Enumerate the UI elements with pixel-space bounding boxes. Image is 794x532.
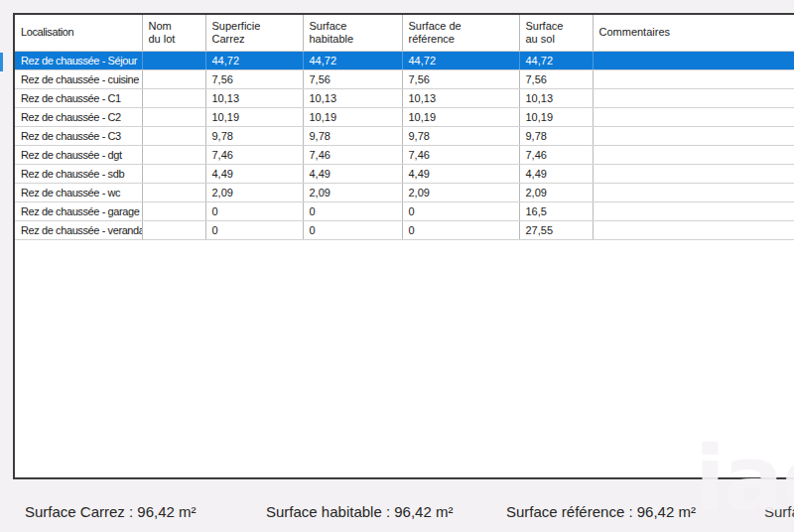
cell-nom-du-lot[interactable] [142,145,205,164]
cell-localisation[interactable]: Rez de chaussée - sdb [15,164,142,183]
cell-surface-reference[interactable]: 7,56 [402,69,519,88]
table-row[interactable]: Rez de chaussée - C3 9,78 9,78 9,78 9,78 [15,126,794,145]
cell-surface-au-sol[interactable]: 10,13 [519,88,593,107]
cell-superficie-carrez[interactable]: 10,13 [205,88,303,107]
cell-surface-habitable[interactable]: 7,56 [303,69,402,88]
cell-superficie-carrez[interactable]: 4,49 [205,164,303,183]
col-header-nom-du-lot[interactable]: Nom du lot [142,15,205,51]
cell-surface-reference[interactable]: 10,13 [402,88,519,107]
cell-surface-au-sol[interactable]: 16,5 [519,201,593,220]
cell-surface-au-sol[interactable]: 7,56 [519,69,593,88]
cell-nom-du-lot[interactable] [142,183,205,201]
cell-surface-habitable[interactable]: 0 [303,201,402,220]
cell-commentaires[interactable] [593,164,794,183]
cell-superficie-carrez[interactable]: 7,46 [205,145,303,164]
cell-surface-au-sol[interactable]: 4,49 [519,164,593,183]
table-row[interactable]: Rez de chaussée - cuisine 7,56 7,56 7,56… [15,69,794,88]
cell-surface-au-sol[interactable]: 7,46 [519,145,593,164]
col-header-localisation[interactable]: Localisation [15,15,142,51]
table-row[interactable]: Rez de chaussée - Séjour 44,72 44,72 44,… [15,51,794,69]
cell-nom-du-lot[interactable] [142,107,205,126]
cell-surface-habitable[interactable]: 44,72 [303,51,402,69]
summary-bar: Surface Carrez : 96,42 m² Surface habita… [0,479,794,532]
cell-nom-du-lot[interactable] [142,220,205,239]
cell-commentaires[interactable] [593,69,794,88]
cell-nom-du-lot[interactable] [142,164,205,183]
table-row[interactable]: Rez de chaussée - wc 2,09 2,09 2,09 2,09 [15,183,794,201]
cell-surface-au-sol[interactable]: 9,78 [519,126,593,145]
cell-commentaires[interactable] [593,201,794,220]
cell-commentaires[interactable] [593,126,794,145]
col-header-surface-habitable[interactable]: Surface habitable [303,15,402,51]
cell-localisation[interactable]: Rez de chaussée - C1 [15,88,142,107]
cell-nom-du-lot[interactable] [142,126,205,145]
cell-surface-habitable[interactable]: 0 [303,220,402,239]
col-header-surface-au-sol[interactable]: Surface au sol [519,15,593,51]
summary-surface-au-sol-cut: Surfa [764,503,794,520]
cell-localisation[interactable]: Rez de chaussée - dgt [15,145,142,164]
table-row[interactable]: Rez de chaussée - sdb 4,49 4,49 4,49 4,4… [15,164,794,183]
cell-localisation[interactable]: Rez de chaussée - C2 [15,107,142,126]
cell-localisation[interactable]: Rez de chaussée - C3 [15,126,142,145]
table-body: Rez de chaussée - Séjour 44,72 44,72 44,… [15,51,794,239]
cell-surface-au-sol[interactable]: 10,19 [519,107,593,126]
cell-localisation[interactable]: Rez de chaussée - cuisine [15,69,142,88]
cell-surface-reference[interactable]: 10,19 [402,107,519,126]
header-row: Localisation Nom du lot Superficie Carre… [15,15,794,51]
cell-surface-reference[interactable]: 7,46 [402,145,519,164]
cell-commentaires[interactable] [593,145,794,164]
cell-superficie-carrez[interactable]: 0 [205,201,303,220]
cell-superficie-carrez[interactable]: 2,09 [205,183,303,201]
cell-surface-reference[interactable]: 0 [402,220,519,239]
cell-nom-du-lot[interactable] [142,51,205,69]
cell-surface-reference[interactable]: 4,49 [402,164,519,183]
cell-superficie-carrez[interactable]: 10,19 [205,107,303,126]
table-row[interactable]: Rez de chaussée - C2 10,19 10,19 10,19 1… [15,107,794,126]
col-header-surface-reference[interactable]: Surface de référence [402,15,519,51]
surface-table: Localisation Nom du lot Superficie Carre… [15,15,794,240]
cell-surface-au-sol[interactable]: 27,55 [519,220,593,239]
cell-superficie-carrez[interactable]: 9,78 [205,126,303,145]
selected-row-edge-indicator [0,53,3,71]
cell-localisation[interactable]: Rez de chaussée - wc [15,183,142,201]
cell-commentaires[interactable] [593,51,794,69]
cell-surface-reference[interactable]: 44,72 [402,51,519,69]
cell-surface-habitable[interactable]: 7,46 [303,145,402,164]
cell-surface-au-sol[interactable]: 44,72 [519,51,593,69]
cell-surface-reference[interactable]: 0 [402,201,519,220]
cell-nom-du-lot[interactable] [142,88,205,107]
cell-surface-habitable[interactable]: 2,09 [303,183,402,201]
cell-surface-habitable[interactable]: 9,78 [303,126,402,145]
cell-surface-habitable[interactable]: 10,19 [303,107,402,126]
cell-surface-au-sol[interactable]: 2,09 [519,183,593,201]
cell-localisation[interactable]: Rez de chaussée - Séjour [15,51,142,69]
cell-surface-habitable[interactable]: 4,49 [303,164,402,183]
table-row[interactable]: Rez de chaussée - dgt 7,46 7,46 7,46 7,4… [15,145,794,164]
summary-surface-habitable: Surface habitable : 96,42 m² [266,503,453,520]
cell-surface-reference[interactable]: 2,09 [402,183,519,201]
cell-localisation[interactable]: Rez de chaussée - garage [15,201,142,220]
table-row[interactable]: Rez de chaussée - C1 10,13 10,13 10,13 1… [15,88,794,107]
cell-commentaires[interactable] [593,220,794,239]
cell-localisation[interactable]: Rez de chaussée - veranda [15,220,142,239]
cell-superficie-carrez[interactable]: 44,72 [205,51,303,69]
cell-nom-du-lot[interactable] [142,201,205,220]
cell-surface-reference[interactable]: 9,78 [402,126,519,145]
summary-surface-carrez: Surface Carrez : 96,42 m² [25,503,197,520]
col-header-superficie-carrez[interactable]: Superficie Carrez [205,15,303,51]
table-row[interactable]: Rez de chaussée - garage 0 0 0 16,5 [15,201,794,220]
surface-table-panel: Localisation Nom du lot Superficie Carre… [13,13,794,479]
summary-surface-reference: Surface référence : 96,42 m² [506,503,696,520]
cell-surface-habitable[interactable]: 10,13 [303,88,402,107]
col-header-commentaires[interactable]: Commentaires [593,15,794,51]
cell-superficie-carrez[interactable]: 7,56 [205,69,303,88]
cell-commentaires[interactable] [593,183,794,201]
cell-superficie-carrez[interactable]: 0 [205,220,303,239]
cell-commentaires[interactable] [593,107,794,126]
table-row[interactable]: Rez de chaussée - veranda 0 0 0 27,55 [15,220,794,239]
cell-nom-du-lot[interactable] [142,69,205,88]
cell-commentaires[interactable] [593,88,794,107]
